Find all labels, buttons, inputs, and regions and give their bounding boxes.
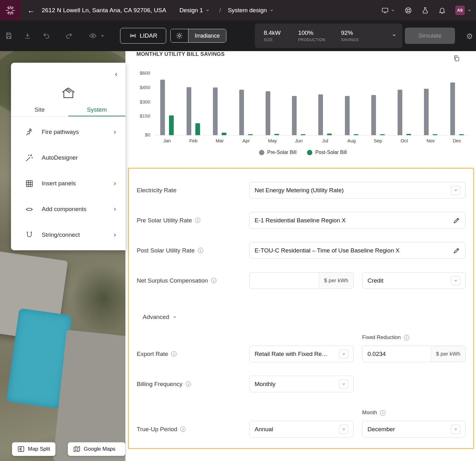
stat-savings-label: SAVINGS [341, 38, 359, 42]
menu-item-add-components[interactable]: Add components › [11, 196, 125, 222]
stat-production: 100% PRODUCTION [298, 29, 325, 42]
net-surplus-mode-select[interactable]: Credit [362, 272, 466, 289]
bar-pre-solar-bill [371, 95, 376, 135]
info-icon[interactable]: i [380, 410, 385, 416]
chart-month-group: Jan [160, 72, 174, 145]
true-up-period-label: True-Up Periodi [137, 421, 186, 437]
settings-gear-icon[interactable]: ⚙ [466, 32, 473, 41]
redo-icon[interactable] [65, 32, 73, 40]
analysis-panel: MONTHLY UTILITY BILL SAVINGS $600$450$30… [125, 51, 476, 461]
chart-month-group: Dec [450, 72, 464, 145]
google-maps-button[interactable]: Google Maps [68, 442, 125, 456]
post-solar-rate-field[interactable]: E-TOU-C Residential – Time of Use Baseli… [249, 242, 466, 259]
chart-month-group: Jul [318, 72, 332, 145]
chart-month-group: Sep [371, 72, 385, 145]
stats-collapse-button[interactable] [392, 33, 397, 39]
menu-item-fire-pathways[interactable]: Fire pathways › [11, 119, 125, 145]
pencil-icon [453, 247, 460, 254]
menu-item-string-connect[interactable]: String/connect › [11, 222, 125, 248]
pre-solar-rate-field[interactable]: E-1 Residential Baseline Region X [249, 212, 466, 229]
chevron-down-icon [269, 8, 274, 13]
true-up-period-select[interactable]: Annual [249, 421, 354, 437]
system-menu: Fire pathways › AutoDesigner Insert pane… [11, 119, 125, 248]
tab-system[interactable]: System [68, 103, 126, 116]
legend-label: Post-Solar Bill [315, 150, 346, 155]
account-menu-button[interactable]: AS [455, 6, 472, 15]
lidar-button[interactable]: LIDAR [120, 28, 166, 44]
sun-icon [176, 32, 183, 40]
month-label: Monthi [362, 410, 385, 416]
stat-production-value: 100% [298, 29, 325, 36]
lidar-label: LIDAR [140, 32, 157, 39]
design-label: Design 1 [179, 7, 203, 14]
tab-site[interactable]: Site [11, 103, 68, 116]
electricity-rate-value: Net Energy Metering (Utility Rate) [255, 187, 344, 194]
x-tick: Jul [322, 138, 328, 143]
menu-item-insert-panels[interactable]: Insert panels › [11, 171, 125, 196]
post-solar-rate-value: E-TOU-C Residential – Time of Use Baseli… [255, 247, 399, 254]
chevron-right-icon: › [114, 179, 116, 188]
app-logo[interactable] [0, 0, 20, 20]
help-icon[interactable] [405, 7, 412, 14]
info-icon[interactable]: i [171, 351, 177, 357]
chevron-down-icon [339, 379, 348, 389]
fixed-reduction-input[interactable] [368, 351, 431, 358]
design-selector[interactable]: Design 1 [179, 7, 210, 14]
avatar: AS [455, 6, 465, 15]
menu-item-autodesigner[interactable]: AutoDesigner [11, 145, 125, 171]
legend-dot [259, 150, 264, 155]
info-icon[interactable]: i [180, 427, 186, 432]
info-icon[interactable]: i [195, 218, 200, 223]
download-icon[interactable] [24, 32, 31, 40]
irradiance-button[interactable]: Irradiance [188, 29, 226, 42]
edit-pre-solar-button[interactable] [453, 217, 460, 224]
simulate-button[interactable]: Simulate [405, 28, 455, 44]
app-window: ← 2612 N Lowell Ln, Santa Ana, CA 92706,… [0, 0, 476, 461]
export-rate-select[interactable]: Retail Rate with Fixed Re… [249, 346, 354, 362]
info-icon[interactable]: i [186, 381, 191, 387]
info-icon[interactable]: i [404, 335, 409, 340]
view-options-button[interactable] [89, 32, 105, 40]
chart-title: MONTHLY UTILITY BILL SAVINGS [136, 51, 225, 57]
page-selector[interactable]: / System design [215, 7, 274, 14]
monitor-icon [381, 7, 389, 14]
undo-icon[interactable] [43, 32, 50, 40]
running-person-icon [25, 128, 34, 136]
billing-frequency-select[interactable]: Monthly [249, 376, 354, 392]
export-rate-label: Export Ratei [137, 346, 177, 362]
bar-pre-solar-bill [318, 94, 323, 135]
bar-pre-solar-bill [160, 80, 165, 135]
legend-item: Post-Solar Bill [307, 150, 346, 155]
info-icon[interactable]: i [211, 278, 216, 283]
x-tick: Nov [426, 138, 435, 143]
post-solar-rate-label: Post Solar Utility Ratei [137, 242, 203, 259]
labs-icon[interactable] [421, 7, 429, 14]
bell-icon[interactable] [438, 7, 446, 14]
bar-post-solar-bill [222, 133, 226, 135]
panel-divider [11, 116, 125, 117]
electricity-rate-select[interactable]: Net Energy Metering (Utility Rate) [249, 182, 466, 199]
system-stats: 8.4kW SIZE 100% PRODUCTION 92% SAVINGS [255, 24, 402, 48]
advanced-toggle[interactable]: Advanced [143, 314, 177, 321]
x-tick: Feb [189, 138, 198, 143]
copy-chart-button[interactable] [453, 55, 460, 63]
map-split-button[interactable]: Map Split [12, 442, 56, 456]
savings-chart: $600$450$300$150$0 JanFebMarAprMayJunJul… [136, 72, 469, 155]
true-up-month-select[interactable]: December [362, 421, 466, 437]
net-surplus-input[interactable] [255, 277, 319, 284]
display-menu-button[interactable] [381, 7, 395, 14]
irradiance-sun-button[interactable] [171, 29, 188, 42]
info-icon[interactable]: i [198, 248, 203, 253]
save-icon[interactable] [5, 32, 13, 40]
edit-post-solar-button[interactable] [453, 247, 460, 254]
eye-icon [89, 32, 97, 40]
menu-item-label: Fire pathways [42, 129, 79, 135]
bar-pre-solar-bill [292, 96, 297, 135]
x-tick: Sep [374, 138, 382, 143]
irradiance-toggle: Irradiance [170, 29, 226, 43]
panel-collapse-button[interactable]: ‹ [115, 71, 117, 78]
bar-post-solar-bill [169, 115, 174, 135]
design-tools-panel: ‹ Site System Fire pathways › AutoDesign… [11, 63, 125, 250]
back-button[interactable]: ← [27, 7, 35, 14]
chevron-down-icon [339, 349, 348, 359]
